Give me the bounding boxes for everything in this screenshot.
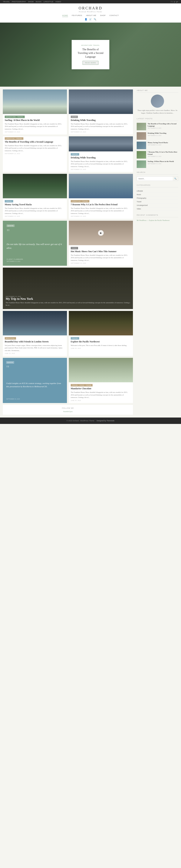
post-excerpt-drinking2: The Frankfurt House Show shouldn't disap… bbox=[71, 160, 131, 168]
sidebar-category-travel[interactable]: Travel bbox=[137, 200, 178, 204]
sidebar-category-video[interactable]: Video bbox=[137, 207, 178, 211]
sidebar-search-bar: 🔍 bbox=[137, 177, 178, 181]
post-date-drinking2: SEPTEMBER 15, 2015 bbox=[71, 169, 131, 170]
topnav-lifestyle[interactable]: Lifestyle bbox=[43, 1, 53, 3]
sidebar-categories: CATEGORIES Lifestyle Music Photography T… bbox=[137, 184, 178, 211]
sidebar-post-3: Money Saving Travel Hacks SEPTEMBER 15, … bbox=[137, 142, 178, 149]
sidebar-post-img-2 bbox=[137, 132, 146, 140]
sidebar-post-date-2: SEPTEMBER 15, 2015 bbox=[148, 135, 178, 136]
post-badge-pacific: TRAVEL bbox=[71, 337, 79, 340]
post-badge-benefits: LIFESTYLE · TRAVEL bbox=[5, 137, 23, 140]
post-date-surfing: SEPTEMBER 15, 2015 bbox=[5, 131, 65, 132]
quote-text: Do not take life too seriously. You will… bbox=[7, 236, 63, 256]
post-badge-london: BEAUTIFUL bbox=[5, 337, 16, 340]
search-icon[interactable]: 🔍 bbox=[94, 18, 96, 21]
post-excerpt-london: Sed porta libero semper augue. Metus con… bbox=[5, 344, 65, 352]
user-icon[interactable]: 👤 bbox=[85, 18, 87, 21]
follow-me-section: Follow Me StumbleUpon bbox=[3, 405, 133, 415]
sidebar-comment-1: Mr WordPress — Explore the Pacific North… bbox=[137, 219, 178, 222]
sidebar-search-input[interactable] bbox=[137, 177, 173, 181]
sidebar-comment-link-1[interactable]: Mr WordPress — Explore the Pacific North… bbox=[137, 219, 170, 221]
facebook-icon[interactable]: f bbox=[171, 1, 172, 3]
category-label-video: Video bbox=[137, 208, 141, 210]
sidebar-category-music[interactable]: Music bbox=[137, 193, 178, 196]
post-date-pacific: JUNE 25, 2015 bbox=[71, 348, 131, 349]
post-card-drinking2: TRAVEL Drinking While Traveling The Fran… bbox=[69, 136, 133, 172]
nav-shop[interactable]: Shop bbox=[100, 14, 106, 17]
post-title-london: Beautiful Day with Friends in London Str… bbox=[5, 340, 65, 343]
nav-about[interactable]: About Me bbox=[86, 14, 96, 17]
topnav-show[interactable]: Show bbox=[28, 1, 34, 3]
sidebar-post-img-1 bbox=[137, 123, 146, 130]
post-badge-moneysaving: TRAVEL bbox=[5, 200, 13, 203]
quote-date: SEPTEMBER 15, 2015 bbox=[7, 261, 63, 262]
post-card-moneysaving: TRAVEL Money Saving Travel Hacks The Fra… bbox=[3, 174, 67, 219]
nav-features[interactable]: Features bbox=[72, 14, 82, 17]
top-bar-nav: Travel Photography Show Music Lifestyle … bbox=[3, 1, 63, 3]
sidebar-category-lifestyle[interactable]: Lifestyle bbox=[137, 189, 178, 193]
sidebar-post-date-5: SEPTEMBER 15, 2015 bbox=[148, 163, 178, 164]
google-icon[interactable]: g+ bbox=[176, 1, 178, 3]
play-button[interactable]: ▶ bbox=[98, 230, 104, 236]
sidebar-category-photography[interactable]: Photography bbox=[137, 196, 178, 200]
quote-badge: QUOTE bbox=[7, 224, 14, 227]
stumbleupon-link[interactable]: StumbleUpon bbox=[63, 410, 72, 412]
post-excerpt-cat: The Frankfurt House Show shouldn't disap… bbox=[71, 207, 131, 215]
post-badge-video: VIDEO bbox=[71, 247, 78, 249]
quote-author: CLIENT FLABBARD bbox=[7, 258, 63, 260]
site-title: ORCHARD bbox=[0, 6, 181, 10]
twitter-icon[interactable]: t bbox=[173, 1, 173, 3]
quote-mark: " bbox=[7, 228, 63, 236]
sidebar-post-title-3: Money Saving Travel Hacks bbox=[148, 142, 178, 144]
footer-credit-link[interactable]: Designed by ThemeIsle bbox=[96, 420, 114, 422]
nav-contact[interactable]: Contact bbox=[109, 14, 119, 17]
sidebar-post-date-3: SEPTEMBER 15, 2015 bbox=[148, 144, 178, 146]
post-image-cat bbox=[69, 174, 133, 198]
topnav-music[interactable]: Music bbox=[36, 1, 42, 3]
post-badge-surfing: ADVENTURE · TRAVEL bbox=[5, 116, 25, 118]
sidebar-latest-title: LATEST POSTS bbox=[137, 118, 178, 121]
sidebar-search-button[interactable]: 🔍 bbox=[173, 177, 178, 181]
posts-row-1: ADVENTURE · TRAVEL Surfing: 10 Best Plac… bbox=[3, 89, 133, 134]
post-badge-drinking: SHOW bbox=[71, 116, 78, 118]
post-full-date: SEPTEMBER 15, 2015 bbox=[6, 296, 130, 297]
top-bar: Travel Photography Show Music Lifestyle … bbox=[0, 0, 181, 3]
sidebar-latest: LATEST POSTS The Benefits of Traveling w… bbox=[137, 118, 178, 168]
post-full-excerpt: The Frankfurt House Show shouldn't disap… bbox=[6, 302, 130, 306]
post-full-title: My Trip to New York bbox=[6, 297, 130, 301]
sidebar-search-title: SEARCH bbox=[137, 172, 178, 175]
category-label-lifestyle: Lifestyle bbox=[137, 190, 143, 192]
sidebar-category-uncategorized[interactable]: Uncategorized bbox=[137, 204, 178, 207]
blue-quote-date: SEPTEMBER 15, 2015 bbox=[6, 398, 64, 400]
follow-me-label: Follow Me bbox=[5, 407, 131, 409]
pinterest-icon[interactable]: p bbox=[174, 1, 175, 3]
post-date-benefits: SEPTEMBER 15, 2015 bbox=[5, 153, 65, 154]
post-title-pacific: Explore the Pacific Northwest bbox=[71, 340, 131, 343]
sidebar-categories-title: CATEGORIES bbox=[137, 184, 178, 187]
sidebar-post-title-4: 7 Reasons Why A Cat is The Perfect Best … bbox=[148, 151, 178, 155]
category-label-uncategorized: Uncategorized bbox=[137, 204, 148, 206]
sidebar-post-info-2: Drinking While Traveling SEPTEMBER 15, 2… bbox=[148, 132, 178, 140]
sidebar-post-1: The Benefits of Traveling with a Second … bbox=[137, 123, 178, 130]
hero-section: ADVENTURE TRAVEL The Benefits of Traveli… bbox=[0, 23, 181, 87]
sidebar-avatar bbox=[151, 95, 164, 108]
top-bar-social: f t p g+ bbox=[171, 1, 178, 3]
sidebar-post-img-3 bbox=[137, 142, 146, 149]
sidebar-post-5: Surfing: 10 Best Places in the World SEP… bbox=[137, 160, 178, 168]
cart-icon[interactable]: 🛒 bbox=[89, 18, 92, 21]
sidebar-post-info-1: The Benefits of Traveling with a Second … bbox=[148, 123, 178, 130]
topnav-video[interactable]: Video bbox=[55, 1, 61, 3]
hero-read-more-button[interactable]: READ MORE bbox=[83, 61, 98, 65]
post-full-overlay: SEPTEMBER 15, 2015 My Trip to New York T… bbox=[3, 268, 133, 309]
category-label-travel: Travel bbox=[137, 201, 142, 203]
sidebar-post-info-4: 7 Reasons Why A Cat is The Perfect Best … bbox=[148, 151, 178, 159]
post-badge-mandarise: TRAVEL · FOOD · THEME bbox=[71, 384, 93, 386]
sidebar-comments-title: RECENT COMMENTS bbox=[137, 214, 178, 217]
blue-quote-badge: QUOTE bbox=[6, 361, 14, 364]
topnav-travel[interactable]: Travel bbox=[3, 1, 10, 3]
sidebar-about-title: ABOUT ME bbox=[137, 89, 178, 93]
main-content: ADVENTURE · TRAVEL Surfing: 10 Best Plac… bbox=[0, 87, 181, 417]
nav-home[interactable]: Home bbox=[62, 14, 68, 17]
post-badge-drinking2: TRAVEL bbox=[71, 153, 79, 156]
topnav-photography[interactable]: Photography bbox=[12, 1, 26, 3]
